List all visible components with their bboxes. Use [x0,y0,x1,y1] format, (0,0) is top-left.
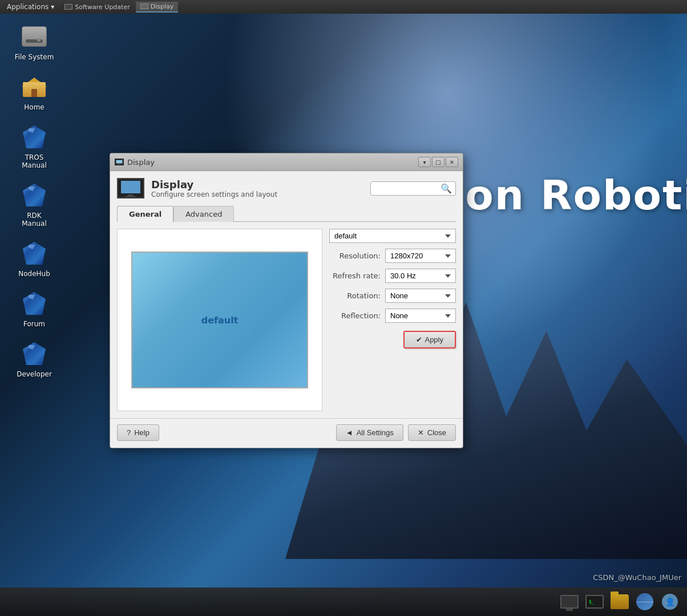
filesystem-icon-shape [22,26,47,47]
taskbar-files-icon[interactable] [608,590,631,613]
taskbar-bottom: $_ 👤 [0,587,687,616]
desktop-icon-developer[interactable]: Developer [11,340,57,379]
display-window-label: Display [151,3,174,10]
home-icon-img [21,73,48,100]
desktop-icon-filesystem[interactable]: File System [11,23,57,62]
footer-btn-group: ◄ All Settings ✕ Close [336,424,456,441]
home-body [23,82,46,97]
nodehub-icon-label: NodeHub [16,269,52,278]
resolution-select[interactable]: 1280x720 1920x1080 1024x768 [385,249,456,263]
reflection-row: Reflection: None Horizontal Vertical [329,309,456,323]
search-box[interactable]: 🔍 [370,181,456,196]
rdk-icon-label: RDK Manual [11,211,57,228]
desktop-icons-container: File System Home TROS Manual [11,23,57,379]
forum-gem-shape [23,292,46,315]
help-button[interactable]: ? Help [117,424,159,441]
window-tabs: General Advanced [117,205,456,222]
developer-icon-label: Developer [14,370,54,379]
taskbar-globe-icon[interactable] [633,590,656,613]
desktop-icon-forum[interactable]: Forum [11,290,57,329]
desktop-icon-home[interactable]: Home [11,73,57,112]
reflection-select[interactable]: None Horizontal Vertical [385,309,456,323]
refresh-rate-label: Refresh rate: [329,271,381,280]
svg-rect-4 [121,181,140,193]
taskbar-window-display[interactable]: Display [136,2,179,13]
monitor-preview-container: default [117,229,322,411]
rotation-label: Rotation: [329,291,381,300]
apply-label: Apply [425,335,443,344]
files-icon-shape [611,594,629,609]
refresh-rate-select[interactable]: 30.0 Hz 60.0 Hz [385,269,456,283]
filesystem-icon-label: File System [13,52,56,62]
rdk-icon-img [21,181,48,209]
terminal-icon-shape: $_ [585,595,604,609]
developer-gem-shape [23,342,46,365]
all-settings-button[interactable]: ◄ All Settings [336,424,403,441]
titlebar-title: Display [127,158,155,167]
help-icon: ? [127,428,131,437]
tros-icon-label: TROS Manual [11,153,57,170]
resolution-row: Resolution: 1280x720 1920x1080 1024x768 [329,249,456,263]
monitor-preview-label: default [201,315,239,326]
taskbar-user-icon[interactable]: 👤 [658,590,681,613]
header-title: Display [151,179,277,191]
tros-icon-img [21,123,48,151]
app-menu-button[interactable]: Applications ▾ [2,2,59,12]
window-titlebar: Display ▾ □ ✕ [110,153,463,171]
taskbar-terminal-icon[interactable]: $_ [583,590,606,613]
maximize-button[interactable]: □ [432,157,444,167]
nodehub-icon-img [21,240,48,267]
display-dialog: Display ▾ □ ✕ [110,153,463,448]
svg-rect-2 [118,164,120,164]
window-footer: ? Help ◄ All Settings ✕ Close [110,418,463,448]
display-dropdown[interactable]: default [329,229,456,243]
watermark-text: CSDN_@WuChao_JMUer [593,573,681,582]
home-icon-label: Home [22,103,46,112]
forum-icon-label: Forum [21,319,47,329]
desktop: Applications ▾ Software Updater Display … [0,0,687,616]
all-settings-label: All Settings [357,428,394,437]
close-button[interactable]: ✕ [446,157,458,167]
user-icon-shape: 👤 [662,594,678,610]
tros-gem-shape [23,125,46,148]
minimize-button[interactable]: ▾ [418,157,431,167]
resolution-label: Resolution: [329,252,381,260]
home-icon-shape [22,76,47,97]
desktop-icon-tros[interactable]: TROS Manual [11,123,57,170]
rdk-gem-shape [23,184,46,206]
panel-content: default default Resolution: 1280x720 19 [117,229,456,411]
svg-rect-1 [116,160,122,163]
taskbar-monitor-icon[interactable] [558,590,581,613]
desktop-icon-rdk[interactable]: RDK Manual [11,181,57,228]
developer-icon-img [21,340,48,367]
tab-general[interactable]: General [117,206,173,222]
reflection-label: Reflection: [329,311,381,320]
desktop-icon-nodehub[interactable]: NodeHub [11,240,57,278]
close-dialog-button[interactable]: ✕ Close [408,424,456,441]
apply-button[interactable]: ✔ Apply [403,331,456,348]
window-header: Display Configure screen settings and la… [117,178,456,198]
filesystem-icon-img [21,23,48,50]
taskbar-window-software-updater[interactable]: Software Updater [60,2,134,12]
close-dialog-icon: ✕ [418,428,424,437]
tab-advanced[interactable]: Advanced [173,206,234,222]
apply-btn-container: ✔ Apply [329,331,456,348]
taskbar-top: Applications ▾ Software Updater Display [0,0,687,14]
home-door [31,89,37,97]
tab-advanced-label: Advanced [185,210,222,218]
svg-rect-5 [128,194,134,196]
window-content: Display Configure screen settings and la… [110,171,463,418]
titlebar-controls: ▾ □ ✕ [418,157,458,167]
header-display-icon [117,178,144,198]
tab-general-label: General [129,210,161,218]
forum-icon-img [21,290,48,317]
search-input[interactable] [374,184,441,192]
desktop-background-text: on Roboti [465,171,687,219]
rotation-select[interactable]: None 90° 180° 270° [385,289,456,303]
titlebar-display-icon [115,159,124,165]
settings-panel: default Resolution: 1280x720 1920x1080 1… [329,229,456,411]
software-updater-label: Software Updater [75,3,130,11]
software-updater-icon [64,4,72,10]
rotation-row: Rotation: None 90° 180° 270° [329,289,456,303]
app-menu-label: Applications [7,3,49,11]
